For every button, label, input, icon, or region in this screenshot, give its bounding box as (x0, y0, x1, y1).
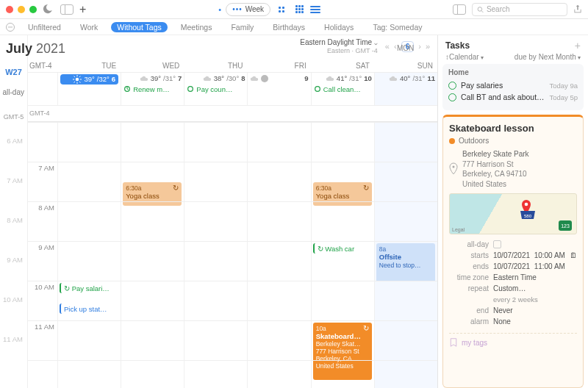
event-wash-car[interactable]: ↻ Wash car (313, 243, 372, 254)
search-icon (477, 6, 484, 13)
search-input[interactable] (487, 5, 562, 13)
interstate-shield-icon: 580 (520, 210, 536, 220)
timezone-value[interactable]: Eastern Time (493, 273, 577, 281)
view-label: Week (245, 5, 264, 13)
dark-mode-icon[interactable] (43, 4, 54, 15)
event-pay-salaries[interactable]: ↻ Pay salari… (60, 283, 118, 293)
allday-checkbox[interactable] (493, 240, 501, 248)
task-row[interactable]: Pay salaries Today 9a (448, 79, 578, 91)
filter-meetings[interactable]: Meetings (175, 22, 218, 32)
view-list-button[interactable] (310, 4, 320, 15)
svg-point-11 (188, 87, 193, 92)
view-grid-2x2-button[interactable] (275, 3, 288, 16)
tasks-heading: Tasks (445, 40, 470, 51)
filter-holidays[interactable]: Holidays (318, 22, 359, 32)
sidebar-toggle-button[interactable] (60, 4, 74, 15)
inspector-toggle-button[interactable] (453, 4, 466, 15)
zoom-window-button[interactable] (29, 6, 37, 13)
calendar-icon[interactable]: 🗓 (570, 251, 577, 259)
allday-cell[interactable]: 38°/30°8 Pay coun… (184, 73, 247, 105)
pin-icon (449, 149, 458, 189)
route-shield-icon: 123 (559, 220, 572, 231)
allday-label: all-day (0, 88, 27, 96)
next-week-button[interactable]: » (426, 42, 430, 51)
svg-line-9 (74, 82, 76, 83)
week-number: W27 (0, 68, 27, 76)
inspector-panel: Tasks + Calendar due by Next Month Home … (437, 35, 588, 388)
svg-line-7 (74, 76, 76, 77)
prev-week-button[interactable]: « (385, 42, 390, 51)
filter-family[interactable]: Family (225, 22, 259, 32)
left-gutter: July 2021 W27 all-day GMT-5 6 AM7 AM8 AM… (0, 35, 28, 388)
allday-task[interactable]: Pay coun… (187, 85, 245, 93)
location-block[interactable]: Berkeley Skate Park777 Harrison St Berke… (449, 149, 577, 189)
allday-task[interactable]: Call clean… (314, 85, 372, 93)
close-window-button[interactable] (6, 6, 13, 13)
repeat-icon: ↻ (173, 184, 179, 192)
allday-cell[interactable]: 40°/31°11 (374, 73, 437, 105)
window-titlebar: + • ••• Week (0, 0, 588, 19)
allday-cell[interactable]: 39°/32° 6 (57, 73, 121, 105)
task-checkbox[interactable] (448, 93, 456, 101)
event-pickup[interactable]: Pick up stat… (60, 303, 118, 314)
svg-line-10 (79, 76, 81, 77)
svg-text:580: 580 (524, 214, 532, 218)
filter-tag-someday[interactable]: Tag: Someday (367, 22, 428, 32)
search-field[interactable] (472, 3, 567, 16)
share-icon[interactable] (573, 4, 582, 15)
day-header[interactable]: TUE (57, 62, 121, 72)
minimize-window-button[interactable] (18, 6, 25, 13)
view-grid-3x3-button[interactable] (293, 3, 306, 16)
window-controls (6, 6, 37, 13)
day-header[interactable]: SAT (311, 62, 374, 72)
allday-cell[interactable]: 9 (247, 73, 310, 105)
day-header-row: GMT-4 TUE WED THU FRI SAT SUN (28, 55, 437, 73)
repeat-end-value[interactable]: Never (493, 306, 577, 315)
dots-icon: ••• (232, 5, 243, 13)
task-checkbox[interactable] (448, 82, 456, 90)
calendar-main: Eastern Daylight Time ⌵ Eastern · GMT -4… (28, 35, 437, 388)
next-day-button[interactable]: › (418, 42, 421, 51)
timezone-picker[interactable]: Eastern Daylight Time ⌵ Eastern · GMT -4 (300, 38, 378, 55)
detail-title[interactable]: Skateboard lesson (449, 123, 577, 134)
svg-point-0 (478, 7, 482, 11)
gmt-left-label: GMT-5 (0, 113, 27, 121)
allday-cell[interactable]: 39°/31°7 Renew m… (121, 73, 184, 105)
moon-phase-icon (261, 75, 268, 82)
svg-point-2 (76, 78, 79, 82)
filter-birthdays[interactable]: Birthdays (267, 22, 311, 32)
svg-point-14 (525, 203, 528, 206)
alarm-value[interactable]: None (493, 317, 577, 326)
view-picker[interactable]: ••• Week (226, 3, 270, 16)
tags-field[interactable]: my tags (449, 333, 577, 347)
day-header[interactable]: THU (184, 62, 247, 72)
svg-line-1 (481, 10, 483, 12)
svg-line-8 (79, 82, 81, 83)
clear-filter-icon[interactable] (6, 23, 15, 32)
day-header[interactable]: FRI (247, 62, 310, 72)
sort-picker[interactable]: Calendar (445, 53, 484, 61)
day-header[interactable]: WED (121, 62, 184, 72)
repeat-value[interactable]: Custom… (493, 284, 577, 292)
filter-bar: Unfiltered Work Without Tags Meetings Fa… (0, 19, 588, 35)
new-event-button[interactable]: + (79, 3, 86, 16)
weather-chip: 39°/32° 6 (60, 74, 118, 85)
task-row[interactable]: Call BT and ask about… Today 5p (448, 91, 578, 103)
filter-unfiltered[interactable]: Unfiltered (22, 22, 67, 32)
day-header-mon[interactable]: MON (397, 44, 414, 52)
allday-task[interactable]: Renew m… (123, 85, 182, 93)
today-dot-icon: • (218, 5, 221, 14)
map-preview[interactable]: Legal 123 580 (449, 193, 577, 234)
filter-work[interactable]: Work (74, 22, 104, 32)
week-grid[interactable]: 7 AM 6:30a ↻ Yoga class 6:30a ↻ Yoga cla… (28, 122, 437, 388)
task-list-well: Home Pay salaries Today 9a Call BT and a… (442, 64, 584, 110)
add-task-button[interactable]: + (575, 40, 581, 51)
bookmark-icon (449, 338, 458, 347)
task-list-heading: Home (448, 68, 578, 76)
calendar-tag[interactable]: Outdoors (449, 137, 577, 145)
event-detail-card: Skateboard lesson Outdoors Berkeley Skat… (442, 115, 584, 388)
due-filter-picker[interactable]: due by Next Month (514, 53, 581, 61)
allday-cell[interactable]: 41°/31°10 Call clean… (311, 73, 374, 105)
filter-without-tags[interactable]: Without Tags (111, 22, 168, 32)
day-header[interactable]: SUN (374, 62, 437, 72)
